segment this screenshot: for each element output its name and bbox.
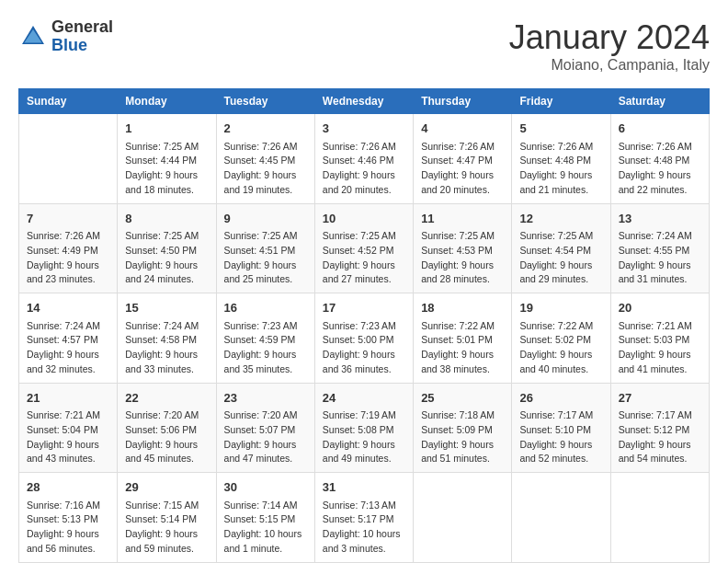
calendar-cell: 29Sunrise: 7:15 AM Sunset: 5:14 PM Dayli… [118, 473, 216, 563]
header-friday: Friday [512, 89, 610, 114]
calendar-cell: 15Sunrise: 7:24 AM Sunset: 4:58 PM Dayli… [118, 293, 216, 384]
location-title: Moiano, Campania, Italy [509, 57, 710, 74]
day-detail: Sunrise: 7:20 AM Sunset: 5:06 PM Dayligh… [125, 408, 208, 466]
calendar-cell: 7Sunrise: 7:26 AM Sunset: 4:49 PM Daylig… [19, 203, 118, 293]
calendar-cell: 18Sunrise: 7:22 AM Sunset: 5:01 PM Dayli… [414, 293, 512, 384]
calendar-cell: 19Sunrise: 7:22 AM Sunset: 5:02 PM Dayli… [512, 293, 610, 384]
calendar-cell: 1Sunrise: 7:25 AM Sunset: 4:44 PM Daylig… [118, 114, 216, 204]
day-detail: Sunrise: 7:17 AM Sunset: 5:12 PM Dayligh… [619, 408, 701, 466]
calendar-cell: 13Sunrise: 7:24 AM Sunset: 4:55 PM Dayli… [610, 203, 709, 293]
day-number: 6 [619, 120, 701, 138]
logo-general: General [51, 18, 113, 37]
day-detail: Sunrise: 7:15 AM Sunset: 5:14 PM Dayligh… [125, 499, 208, 557]
day-number: 23 [224, 389, 307, 408]
day-number: 19 [519, 299, 602, 317]
day-detail: Sunrise: 7:24 AM Sunset: 4:58 PM Dayligh… [125, 319, 208, 377]
calendar-cell: 25Sunrise: 7:18 AM Sunset: 5:09 PM Dayli… [414, 383, 512, 473]
day-number: 15 [125, 299, 208, 317]
logo-blue: Blue [51, 37, 113, 55]
calendar-cell: 24Sunrise: 7:19 AM Sunset: 5:08 PM Dayli… [314, 383, 413, 473]
calendar-cell: 11Sunrise: 7:25 AM Sunset: 4:53 PM Dayli… [414, 203, 512, 293]
day-detail: Sunrise: 7:25 AM Sunset: 4:52 PM Dayligh… [323, 229, 405, 287]
day-detail: Sunrise: 7:13 AM Sunset: 5:17 PM Dayligh… [323, 499, 405, 557]
day-detail: Sunrise: 7:23 AM Sunset: 5:00 PM Dayligh… [323, 319, 405, 377]
calendar-cell: 9Sunrise: 7:25 AM Sunset: 4:51 PM Daylig… [216, 203, 314, 293]
day-detail: Sunrise: 7:26 AM Sunset: 4:45 PM Dayligh… [224, 140, 307, 198]
calendar-cell: 6Sunrise: 7:26 AM Sunset: 4:48 PM Daylig… [610, 114, 709, 204]
calendar-cell [610, 473, 709, 563]
calendar-cell: 23Sunrise: 7:20 AM Sunset: 5:07 PM Dayli… [216, 383, 314, 473]
calendar-header: SundayMondayTuesdayWednesdayThursdayFrid… [19, 89, 710, 114]
day-number: 12 [519, 210, 602, 228]
calendar-cell: 21Sunrise: 7:21 AM Sunset: 5:04 PM Dayli… [19, 383, 118, 473]
calendar-cell: 5Sunrise: 7:26 AM Sunset: 4:48 PM Daylig… [512, 114, 610, 204]
calendar-cell: 3Sunrise: 7:26 AM Sunset: 4:46 PM Daylig… [314, 114, 413, 204]
day-number: 26 [519, 389, 602, 408]
day-number: 22 [125, 389, 208, 408]
calendar-cell: 31Sunrise: 7:13 AM Sunset: 5:17 PM Dayli… [314, 473, 413, 563]
calendar-cell: 12Sunrise: 7:25 AM Sunset: 4:54 PM Dayli… [512, 203, 610, 293]
page-header: General Blue January 2024 Moiano, Campan… [18, 18, 710, 74]
day-detail: Sunrise: 7:24 AM Sunset: 4:55 PM Dayligh… [619, 229, 701, 287]
day-detail: Sunrise: 7:25 AM Sunset: 4:53 PM Dayligh… [421, 229, 504, 287]
header-saturday: Saturday [610, 89, 709, 114]
day-detail: Sunrise: 7:25 AM Sunset: 4:44 PM Dayligh… [125, 140, 208, 198]
day-detail: Sunrise: 7:26 AM Sunset: 4:49 PM Dayligh… [27, 229, 109, 287]
header-thursday: Thursday [414, 89, 512, 114]
day-detail: Sunrise: 7:26 AM Sunset: 4:48 PM Dayligh… [619, 140, 701, 198]
day-detail: Sunrise: 7:24 AM Sunset: 4:57 PM Dayligh… [27, 319, 109, 377]
header-row: SundayMondayTuesdayWednesdayThursdayFrid… [19, 89, 710, 114]
day-number: 24 [323, 389, 405, 408]
week-row-3: 14Sunrise: 7:24 AM Sunset: 4:57 PM Dayli… [19, 293, 710, 384]
calendar-cell: 4Sunrise: 7:26 AM Sunset: 4:47 PM Daylig… [414, 114, 512, 204]
week-row-4: 21Sunrise: 7:21 AM Sunset: 5:04 PM Dayli… [19, 383, 710, 473]
day-number: 30 [224, 478, 307, 497]
title-block: January 2024 Moiano, Campania, Italy [509, 18, 710, 74]
calendar-cell: 14Sunrise: 7:24 AM Sunset: 4:57 PM Dayli… [19, 293, 118, 384]
week-row-2: 7Sunrise: 7:26 AM Sunset: 4:49 PM Daylig… [19, 203, 710, 293]
day-detail: Sunrise: 7:16 AM Sunset: 5:13 PM Dayligh… [27, 499, 109, 557]
calendar-cell: 10Sunrise: 7:25 AM Sunset: 4:52 PM Dayli… [314, 203, 413, 293]
calendar-body: 1Sunrise: 7:25 AM Sunset: 4:44 PM Daylig… [19, 114, 710, 563]
header-sunday: Sunday [19, 89, 118, 114]
day-detail: Sunrise: 7:25 AM Sunset: 4:54 PM Dayligh… [519, 229, 602, 287]
day-detail: Sunrise: 7:20 AM Sunset: 5:07 PM Dayligh… [224, 408, 307, 466]
calendar-cell: 28Sunrise: 7:16 AM Sunset: 5:13 PM Dayli… [19, 473, 118, 563]
day-number: 31 [323, 478, 405, 497]
day-number: 18 [421, 299, 504, 317]
day-detail: Sunrise: 7:14 AM Sunset: 5:15 PM Dayligh… [224, 499, 307, 557]
day-number: 17 [323, 299, 405, 317]
day-number: 5 [519, 120, 602, 138]
day-number: 20 [619, 299, 701, 317]
day-number: 28 [27, 478, 109, 497]
calendar-cell [19, 114, 118, 204]
day-number: 14 [27, 299, 109, 317]
day-detail: Sunrise: 7:26 AM Sunset: 4:46 PM Dayligh… [323, 140, 405, 198]
day-number: 16 [224, 299, 307, 317]
logo-icon [18, 22, 48, 52]
day-number: 25 [421, 389, 504, 408]
day-number: 10 [323, 210, 405, 228]
month-title: January 2024 [509, 18, 710, 57]
day-number: 4 [421, 120, 504, 138]
day-number: 1 [125, 120, 208, 138]
calendar-table: SundayMondayTuesdayWednesdayThursdayFrid… [18, 88, 710, 563]
day-detail: Sunrise: 7:23 AM Sunset: 4:59 PM Dayligh… [224, 319, 307, 377]
day-detail: Sunrise: 7:19 AM Sunset: 5:08 PM Dayligh… [323, 408, 405, 466]
calendar-cell: 22Sunrise: 7:20 AM Sunset: 5:06 PM Dayli… [118, 383, 216, 473]
calendar-cell: 20Sunrise: 7:21 AM Sunset: 5:03 PM Dayli… [610, 293, 709, 384]
day-number: 11 [421, 210, 504, 228]
calendar-cell: 30Sunrise: 7:14 AM Sunset: 5:15 PM Dayli… [216, 473, 314, 563]
calendar-cell [512, 473, 610, 563]
day-number: 13 [619, 210, 701, 228]
calendar-cell: 8Sunrise: 7:25 AM Sunset: 4:50 PM Daylig… [118, 203, 216, 293]
day-number: 27 [619, 389, 701, 408]
logo: General Blue [18, 18, 113, 55]
calendar-cell: 27Sunrise: 7:17 AM Sunset: 5:12 PM Dayli… [610, 383, 709, 473]
day-number: 29 [125, 478, 208, 497]
week-row-1: 1Sunrise: 7:25 AM Sunset: 4:44 PM Daylig… [19, 114, 710, 204]
day-number: 21 [27, 389, 109, 408]
day-number: 9 [224, 210, 307, 228]
day-detail: Sunrise: 7:26 AM Sunset: 4:47 PM Dayligh… [421, 140, 504, 198]
calendar-cell: 26Sunrise: 7:17 AM Sunset: 5:10 PM Dayli… [512, 383, 610, 473]
